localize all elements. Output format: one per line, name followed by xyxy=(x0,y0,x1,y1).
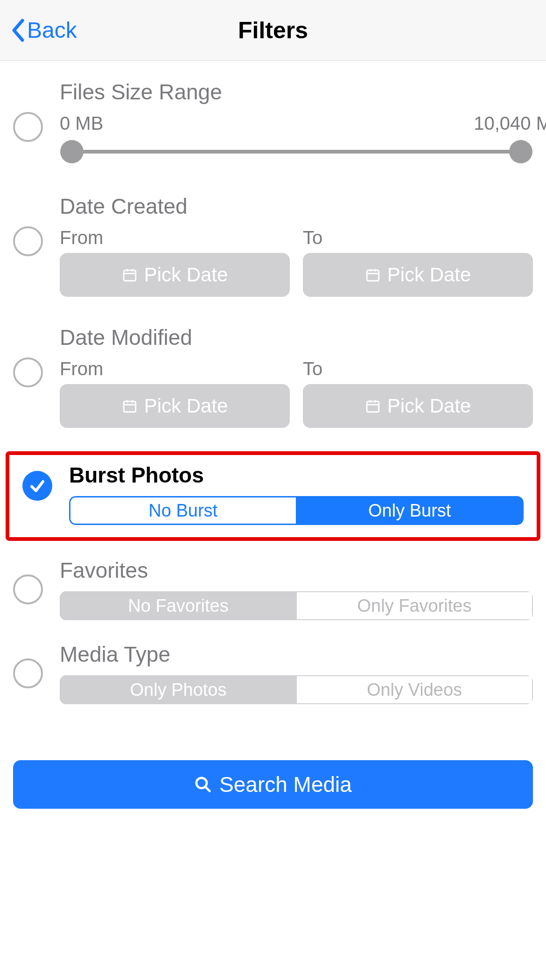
date-created-from-button[interactable]: Pick Date xyxy=(60,253,290,297)
svg-rect-0 xyxy=(124,270,136,281)
filter-media-type-title: Media Type xyxy=(60,642,533,667)
filter-media-type-radio[interactable] xyxy=(13,658,43,688)
check-icon xyxy=(29,477,46,494)
radio-col xyxy=(13,79,60,142)
filter-date-modified-radio[interactable] xyxy=(13,357,43,387)
favorites-option-no[interactable]: No Favorites xyxy=(60,591,297,620)
pick-date-label: Pick Date xyxy=(144,264,228,286)
svg-rect-12 xyxy=(367,401,379,412)
search-icon xyxy=(194,776,212,793)
filter-size-row: Files Size Range 0 MB 10,040 M xyxy=(0,79,546,166)
calendar-icon xyxy=(365,267,381,283)
slider-track xyxy=(72,150,521,154)
media-type-option-photos[interactable]: Only Photos xyxy=(60,675,297,704)
favorites-segmented: No Favorites Only Favorites xyxy=(60,591,533,620)
media-type-segmented: Only Photos Only Videos xyxy=(60,675,533,704)
back-label: Back xyxy=(27,17,77,43)
slider-thumb-min[interactable] xyxy=(60,140,84,163)
filter-favorites-title: Favorites xyxy=(60,558,533,583)
chevron-left-icon xyxy=(11,19,24,42)
calendar-icon xyxy=(365,398,381,414)
filter-date-created-radio[interactable] xyxy=(13,226,43,256)
search-media-button[interactable]: Search Media xyxy=(13,760,533,809)
filter-media-type-row: Media Type Only Photos Only Videos xyxy=(0,642,546,704)
slider-min-label: 0 MB xyxy=(60,113,103,134)
filter-burst-title: Burst Photos xyxy=(69,462,524,488)
radio-col xyxy=(22,462,69,501)
svg-line-17 xyxy=(205,787,210,791)
date-modified-from-label: From xyxy=(60,358,290,379)
filter-date-modified-row: Date Modified From Pick Date To xyxy=(0,325,546,428)
filter-size-radio[interactable] xyxy=(13,112,43,142)
radio-col xyxy=(13,642,60,688)
radio-col xyxy=(13,558,60,604)
favorites-option-only[interactable]: Only Favorites xyxy=(297,591,533,620)
date-created-to-button[interactable]: Pick Date xyxy=(303,253,533,297)
back-button[interactable]: Back xyxy=(11,0,77,60)
date-created-from-label: From xyxy=(60,227,290,248)
date-modified-to-label: To xyxy=(303,358,533,379)
content: Files Size Range 0 MB 10,040 M Date Crea… xyxy=(0,79,546,837)
date-modified-to-button[interactable]: Pick Date xyxy=(303,384,533,428)
pick-date-label: Pick Date xyxy=(144,395,228,417)
filter-burst-radio[interactable] xyxy=(22,471,52,501)
page-title: Filters xyxy=(238,17,308,44)
slider-max-label: 10,040 M xyxy=(474,113,546,134)
calendar-icon xyxy=(122,267,138,283)
pick-date-label: Pick Date xyxy=(387,395,471,417)
filter-date-created-row: Date Created From Pick Date To xyxy=(0,194,546,297)
date-created-to-label: To xyxy=(303,227,533,248)
size-range-slider[interactable] xyxy=(72,138,521,166)
slider-thumb-max[interactable] xyxy=(509,140,532,163)
media-type-option-videos[interactable]: Only Videos xyxy=(297,675,533,704)
filter-favorites-row: Favorites No Favorites Only Favorites xyxy=(0,558,546,620)
filter-size-title: Files Size Range xyxy=(60,79,533,105)
filter-date-created-title: Date Created xyxy=(60,194,533,219)
svg-rect-8 xyxy=(124,401,136,412)
radio-col xyxy=(13,325,60,387)
burst-option-only[interactable]: Only Burst xyxy=(296,496,524,525)
slider-labels: 0 MB 10,040 M xyxy=(60,113,533,134)
annotation-highlight: Burst Photos No Burst Only Burst xyxy=(6,451,540,541)
filter-burst-row: Burst Photos No Burst Only Burst xyxy=(19,462,527,525)
pick-date-label: Pick Date xyxy=(387,264,471,286)
filter-date-modified-title: Date Modified xyxy=(60,325,533,350)
calendar-icon xyxy=(122,398,138,414)
burst-segmented: No Burst Only Burst xyxy=(69,496,524,525)
search-media-label: Search Media xyxy=(219,772,352,797)
radio-col xyxy=(13,194,60,256)
date-modified-from-button[interactable]: Pick Date xyxy=(60,384,290,428)
svg-rect-4 xyxy=(367,270,379,281)
navbar: Back Filters xyxy=(0,0,546,61)
burst-option-no[interactable]: No Burst xyxy=(69,496,296,525)
filter-favorites-radio[interactable] xyxy=(13,574,43,604)
